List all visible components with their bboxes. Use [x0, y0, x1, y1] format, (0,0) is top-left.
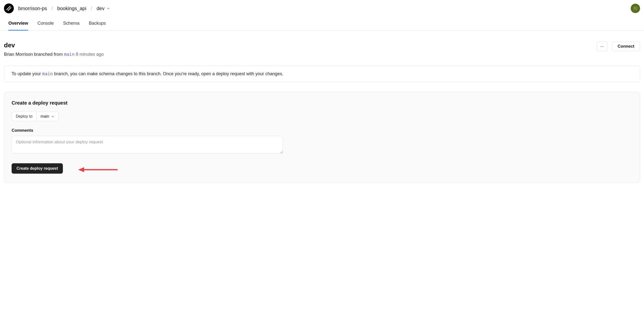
- breadcrumb-database[interactable]: bookings_api: [57, 6, 86, 11]
- comments-input[interactable]: [12, 136, 283, 154]
- info-prefix: To update your: [12, 71, 42, 76]
- svg-point-14: [636, 9, 636, 10]
- breadcrumb-branch-dropdown[interactable]: dev: [97, 6, 110, 11]
- info-branch-link[interactable]: main: [42, 71, 53, 76]
- avatar[interactable]: [631, 4, 640, 13]
- branch-parent-link[interactable]: main: [64, 52, 74, 57]
- info-suffix: branch, you can make schema changes to t…: [53, 71, 283, 76]
- svg-point-13: [635, 8, 635, 8]
- branch-title: dev: [4, 42, 104, 49]
- branch-header: dev Brian Morrison branched from main 8 …: [4, 31, 640, 65]
- breadcrumb-org[interactable]: bmorrison-ps: [18, 6, 47, 11]
- chevron-down-icon: [106, 7, 110, 10]
- more-options-button[interactable]: ···: [597, 42, 608, 51]
- branch-subtitle: Brian Morrison branched from main 8 minu…: [4, 52, 104, 57]
- tab-schema[interactable]: Schema: [63, 18, 80, 31]
- deploy-request-panel: Create a deploy request Deploy to main C…: [4, 92, 640, 183]
- top-bar: bmorrison-ps / bookings_api / dev: [0, 0, 644, 15]
- svg-point-7: [634, 9, 634, 9]
- info-box: To update your main branch, you can make…: [4, 65, 640, 82]
- logo[interactable]: [4, 4, 14, 13]
- deploy-to-label: Deploy to: [12, 112, 36, 121]
- breadcrumb-wrap: bmorrison-ps / bookings_api / dev: [4, 4, 110, 13]
- svg-point-1: [634, 7, 634, 7]
- avatar-icon: [633, 6, 638, 11]
- connect-button[interactable]: Connect: [612, 42, 640, 51]
- svg-point-5: [634, 8, 634, 8]
- svg-point-8: [635, 9, 635, 9]
- svg-point-12: [636, 9, 637, 10]
- deploy-to-target: main: [41, 114, 49, 119]
- branch-action-prefix: branched from: [34, 52, 62, 57]
- tab-overview[interactable]: Overview: [8, 18, 28, 31]
- svg-point-9: [636, 9, 636, 9]
- comments-label: Comments: [12, 128, 632, 133]
- page-content: dev Brian Morrison branched from main 8 …: [0, 31, 644, 183]
- deploy-target-select: Deploy to main: [12, 112, 59, 121]
- planetscale-logo-icon: [6, 5, 12, 12]
- svg-point-10: [636, 9, 637, 9]
- svg-point-2: [635, 7, 635, 7]
- svg-point-6: [636, 8, 637, 8]
- breadcrumb-sep: /: [91, 6, 92, 11]
- breadcrumb-branch-label: dev: [97, 6, 104, 11]
- deploy-to-dropdown[interactable]: main: [36, 112, 59, 121]
- branch-header-info: dev Brian Morrison branched from main 8 …: [4, 42, 104, 57]
- tabs: Overview Console Schema Backups: [0, 15, 644, 31]
- tab-backups[interactable]: Backups: [89, 18, 106, 31]
- svg-point-11: [634, 9, 634, 10]
- create-deploy-request-button[interactable]: Create deploy request: [12, 163, 63, 174]
- tab-console[interactable]: Console: [38, 18, 54, 31]
- branch-author: Brian Morrison: [4, 52, 33, 57]
- header-actions: ··· Connect: [597, 42, 640, 51]
- breadcrumb: bmorrison-ps / bookings_api / dev: [18, 6, 110, 11]
- chevron-down-icon: [51, 115, 54, 118]
- deploy-panel-title: Create a deploy request: [12, 100, 632, 106]
- breadcrumb-sep: /: [52, 6, 53, 11]
- svg-point-4: [636, 7, 637, 7]
- branch-time: 8 minutes ago: [76, 52, 104, 57]
- svg-point-0: [6, 5, 12, 12]
- svg-point-3: [636, 7, 636, 7]
